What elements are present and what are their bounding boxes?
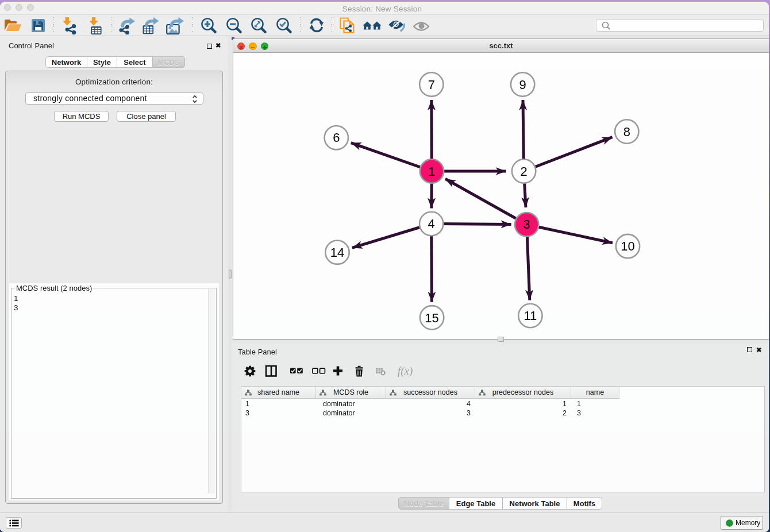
- svg-text:3: 3: [523, 217, 530, 232]
- svg-text:15: 15: [425, 311, 438, 325]
- svg-text:9: 9: [519, 78, 526, 92]
- svg-text:8: 8: [623, 125, 630, 139]
- svg-text:10: 10: [621, 239, 634, 253]
- svg-text:1: 1: [428, 164, 435, 179]
- svg-text:11: 11: [523, 309, 537, 323]
- svg-text:f(x): f(x): [398, 365, 413, 377]
- svg-text:6: 6: [333, 130, 340, 145]
- svg-text:14: 14: [330, 245, 344, 260]
- svg-text:2: 2: [520, 164, 527, 179]
- svg-text:4: 4: [428, 217, 435, 231]
- svg-text:7: 7: [428, 78, 435, 92]
